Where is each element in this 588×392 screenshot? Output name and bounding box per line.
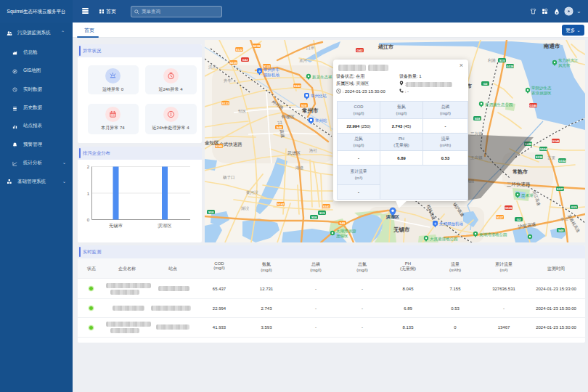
svg-text:风光带: 风光带 — [558, 63, 571, 68]
svg-text:G228: G228 — [506, 65, 514, 68]
svg-text:南通市: 南通市 — [543, 43, 560, 49]
svg-text:三环快速路: 三环快速路 — [507, 181, 531, 187]
svg-text:湖㳇: 湖㳇 — [240, 206, 250, 211]
svg-text:常州站: 常州站 — [315, 118, 327, 123]
svg-text:常州市: 常州市 — [302, 107, 319, 114]
svg-text:洛社: 洛社 — [309, 148, 318, 153]
svg-text:G2: G2 — [483, 82, 488, 86]
svg-text:2: 2 — [87, 165, 90, 169]
svg-text:国际机场: 国际机场 — [264, 73, 279, 78]
svg-text:邹区: 邹区 — [238, 109, 247, 113]
svg-text:口岸: 口岸 — [306, 46, 315, 51]
svg-text:S48: S48 — [558, 229, 564, 232]
svg-text:利港: 利港 — [488, 58, 497, 63]
svg-text:S341: S341 — [322, 205, 330, 208]
svg-text:S123: S123 — [221, 102, 229, 105]
svg-text:大溪港湿地公园: 大溪港湿地公园 — [430, 237, 458, 242]
svg-text:常熟市: 常熟市 — [513, 168, 528, 175]
svg-text:S227: S227 — [556, 187, 564, 191]
svg-text:辛庄: 辛庄 — [560, 217, 569, 221]
svg-text:无锡硕放机场: 无锡硕放机场 — [439, 221, 463, 226]
svg-text:S238: S238 — [253, 44, 261, 48]
svg-text:金坛区: 金坛区 — [205, 140, 219, 146]
svg-text:农业旅游区: 农业旅游区 — [531, 91, 552, 96]
svg-text:S338: S338 — [535, 155, 543, 159]
svg-text:靖江市: 靖江市 — [377, 44, 393, 50]
svg-text:武进区: 武进区 — [287, 150, 301, 156]
svg-text:昆承湖: 昆承湖 — [521, 193, 534, 198]
svg-text:G42: G42 — [242, 58, 248, 62]
svg-text:常州北站: 常州北站 — [311, 94, 327, 99]
svg-text:湖塘: 湖塘 — [295, 166, 304, 171]
svg-text:1: 1 — [87, 192, 90, 196]
svg-text:G524: G524 — [539, 147, 547, 151]
svg-text:G2: G2 — [517, 218, 521, 221]
svg-text:S342: S342 — [277, 203, 285, 206]
svg-text:S527: S527 — [496, 216, 504, 219]
svg-text:G346: G346 — [529, 104, 537, 107]
svg-text:G15: G15 — [571, 205, 577, 209]
svg-text:黄河㳇: 黄河㳇 — [246, 190, 258, 195]
svg-text:✈: ✈ — [258, 69, 261, 73]
svg-text:杨子口: 杨子口 — [222, 175, 235, 180]
svg-text:新龙生态林: 新龙生态林 — [312, 75, 332, 79]
svg-text:奔牛: 奔牛 — [224, 78, 232, 83]
svg-text:钟楼区: 钟楼区 — [281, 114, 295, 119]
svg-text:常阴沙生态: 常阴沙生态 — [531, 86, 552, 91]
svg-text:S342: S342 — [293, 84, 301, 88]
svg-text:无锡市: 无锡市 — [109, 223, 123, 229]
svg-text:东方税滨江: 东方税滨江 — [558, 58, 579, 63]
svg-text:0: 0 — [87, 218, 90, 222]
svg-text:G346: G346 — [552, 139, 560, 143]
svg-text:洪庄: 洪庄 — [208, 65, 217, 70]
svg-text:G152: G152 — [558, 159, 566, 163]
svg-text:无锡市: 无锡市 — [393, 226, 410, 233]
svg-text:S58: S58 — [311, 216, 317, 219]
svg-text:S122: S122 — [235, 48, 243, 52]
svg-text:贡湖湾湿地公园: 贡湖湾湿地公园 — [479, 232, 507, 237]
svg-text:S48: S48 — [277, 126, 282, 129]
svg-text:S48: S48 — [340, 221, 346, 225]
svg-text:度假区: 度假区 — [336, 234, 348, 239]
svg-text:太湖湾旅游: 太湖湾旅游 — [336, 229, 356, 234]
svg-text:滨湖区: 滨湖区 — [385, 214, 399, 219]
svg-text:S19: S19 — [499, 59, 505, 62]
svg-text:孟河: 孟河 — [299, 58, 308, 63]
svg-text:黄泗浦生态公园: 黄泗浦生态公园 — [485, 102, 513, 107]
svg-text:古里: 古里 — [547, 155, 556, 160]
svg-text:滨湖区: 滨湖区 — [158, 223, 173, 229]
svg-text:G526: G526 — [505, 206, 513, 210]
svg-text:常州奔牛: 常州奔牛 — [264, 68, 280, 72]
svg-text:S239: S239 — [229, 61, 237, 65]
svg-text:G42: G42 — [356, 49, 363, 52]
svg-text:✈: ✈ — [434, 221, 437, 226]
svg-text:S58: S58 — [208, 211, 214, 214]
svg-text:S19: S19 — [319, 211, 325, 215]
svg-text:S58: S58 — [475, 117, 481, 121]
